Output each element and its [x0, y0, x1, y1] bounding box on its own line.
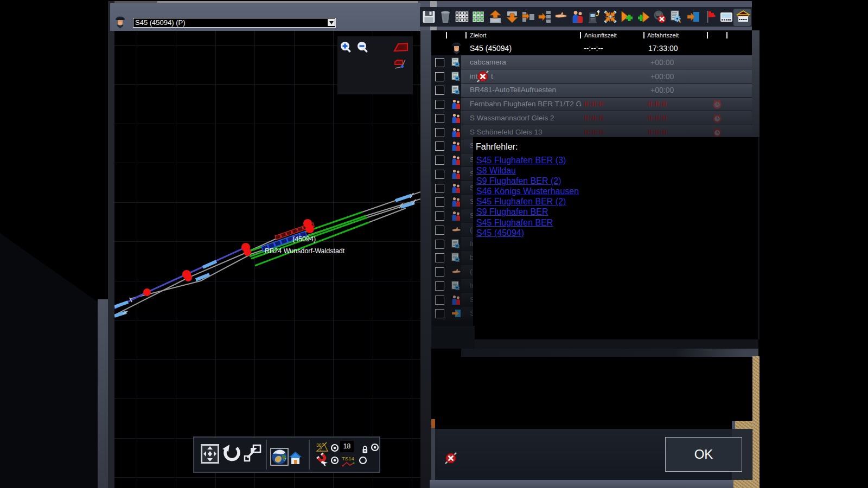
svg-text:RB24 Wunsdorf-Waldstadt: RB24 Wunsdorf-Waldstadt [265, 247, 345, 255]
svg-text:TS14: TS14 [342, 455, 354, 461]
svg-text:(45094): (45094) [292, 235, 316, 243]
svg-text:30: 30 [316, 442, 322, 448]
